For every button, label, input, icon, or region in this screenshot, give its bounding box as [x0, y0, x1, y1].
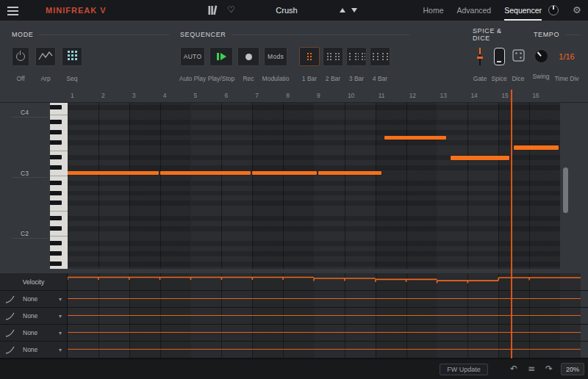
swing-knob[interactable]: [534, 49, 548, 63]
piano-keyboard[interactable]: [50, 103, 68, 269]
bar-3-button[interactable]: [346, 47, 367, 66]
black-key[interactable]: [50, 140, 62, 145]
mod-source-select[interactable]: None: [23, 346, 37, 353]
step-grid-icon: [348, 52, 353, 61]
note-G3[interactable]: [384, 136, 446, 140]
note-F3[interactable]: [514, 145, 559, 150]
note-C3[interactable]: [252, 171, 317, 176]
mode-seq-button[interactable]: [62, 47, 82, 66]
sequencer-panel-title: SEQUENCER: [180, 31, 226, 38]
mod-curve-icon[interactable]: [5, 295, 15, 303]
mod-curve-icon[interactable]: [5, 346, 15, 354]
black-key[interactable]: [50, 261, 62, 266]
preset-library-icon[interactable]: [208, 5, 218, 18]
tab-sequencer[interactable]: Sequencer: [504, 0, 542, 21]
mod-curve-icon[interactable]: [5, 312, 15, 320]
mod-lane-body[interactable]: [68, 325, 581, 341]
step-grid-icon: [361, 52, 365, 61]
mod-source-select[interactable]: None: [23, 329, 37, 336]
key-separator: [50, 236, 68, 237]
mod-lane-body[interactable]: [68, 342, 581, 358]
arp-icon: [38, 50, 53, 63]
black-key[interactable]: [50, 216, 62, 220]
black-key[interactable]: [50, 105, 62, 109]
preset-previous-icon[interactable]: [340, 8, 345, 12]
mod-curve-icon[interactable]: [5, 329, 15, 337]
octave-label-C2: C2: [21, 230, 29, 237]
mode-arp-button[interactable]: [35, 47, 56, 66]
time-div-value[interactable]: 1/16: [554, 47, 579, 66]
preset-name[interactable]: Crush: [243, 6, 331, 15]
fw-update-button[interactable]: FW Update: [440, 364, 488, 375]
mod-source-select[interactable]: None: [23, 312, 37, 320]
octave-label-C4: C4: [21, 109, 29, 116]
dice-button[interactable]: [512, 47, 525, 66]
mod-lane-1: None▾: [0, 291, 588, 308]
black-key[interactable]: [50, 226, 62, 231]
record-button[interactable]: [237, 47, 259, 66]
bar-4-button[interactable]: [370, 47, 390, 66]
note-grid[interactable]: [68, 103, 560, 269]
note-C3[interactable]: [160, 171, 251, 176]
note-C3[interactable]: [318, 171, 381, 176]
note-D#3[interactable]: [451, 156, 509, 160]
minifreak-app: MINIFREAK V ♡ Crush Home Advanced Sequen…: [0, 0, 588, 379]
black-key[interactable]: [50, 201, 62, 205]
note-C3[interactable]: [68, 171, 159, 176]
step-ruler[interactable]: 12345678910111213141516: [0, 90, 588, 103]
black-key[interactable]: [50, 181, 62, 185]
ruler-step-15: 15: [501, 92, 508, 99]
redo-icon[interactable]: ↷: [545, 364, 553, 374]
cpu-meter[interactable]: 20%: [561, 363, 584, 375]
gate-slider[interactable]: [476, 47, 484, 66]
mod-value-line: [68, 298, 581, 300]
black-key[interactable]: [50, 130, 62, 134]
chevron-down-icon: ▾: [59, 330, 62, 336]
step-grid-icon: [306, 52, 312, 61]
black-key[interactable]: [50, 191, 62, 195]
black-key[interactable]: [50, 165, 62, 170]
auto-play-button[interactable]: AUTO: [180, 47, 205, 66]
mod-lane-3: None▾: [0, 325, 588, 342]
mod-source-select[interactable]: None: [23, 295, 37, 303]
play-stop-button[interactable]: [209, 47, 233, 66]
black-key[interactable]: [50, 155, 62, 159]
ruler-step-10: 10: [348, 92, 354, 99]
octave-line: [12, 117, 47, 118]
tempo-panel: TEMPO Swing 1/16 Time Div: [534, 31, 581, 82]
chevron-down-icon: ▾: [59, 313, 62, 320]
mod-lane-body[interactable]: [68, 308, 581, 324]
ruler-step-16: 16: [532, 92, 539, 99]
mode-off-button[interactable]: [12, 47, 29, 66]
ruler-step-7: 7: [255, 92, 259, 99]
favorite-heart-icon[interactable]: ♡: [227, 4, 235, 15]
tab-advanced[interactable]: Advanced: [457, 0, 492, 21]
mode-panel-title: MODE: [12, 31, 33, 38]
hamburger-menu-icon[interactable]: [7, 7, 18, 18]
bar-3-label: 3 Bar: [349, 75, 364, 82]
piano-roll: 12345678910111213141516 C4C3C2: [0, 90, 588, 270]
dice-label: Dice: [512, 75, 524, 82]
divider: [232, 35, 409, 35]
velocity-lane-body[interactable]: [68, 273, 581, 290]
mods-button[interactable]: Mods: [264, 47, 287, 66]
velocity-lane: Velocity: [0, 273, 588, 291]
mod-value-line: [68, 315, 581, 317]
tab-home[interactable]: Home: [423, 0, 443, 21]
spice-slider[interactable]: [494, 47, 505, 66]
vertical-scrollbar[interactable]: [563, 167, 568, 213]
bar-1-button[interactable]: [299, 47, 320, 66]
gear-icon[interactable]: ⚙: [573, 4, 581, 15]
mod-value-line: [68, 349, 581, 350]
undo-icon[interactable]: ↶: [510, 364, 517, 374]
mod-lane-body[interactable]: [68, 291, 581, 307]
history-list-icon[interactable]: ≡: [528, 364, 535, 374]
bar-2-button[interactable]: [323, 47, 343, 66]
black-key[interactable]: [50, 120, 62, 124]
black-key[interactable]: [50, 241, 62, 245]
app-title: MINIFREAK V: [46, 6, 107, 15]
preset-next-icon[interactable]: [351, 8, 357, 12]
black-key[interactable]: [50, 251, 62, 256]
swing-label: Swing: [532, 73, 549, 80]
master-volume-knob[interactable]: [548, 5, 559, 15]
